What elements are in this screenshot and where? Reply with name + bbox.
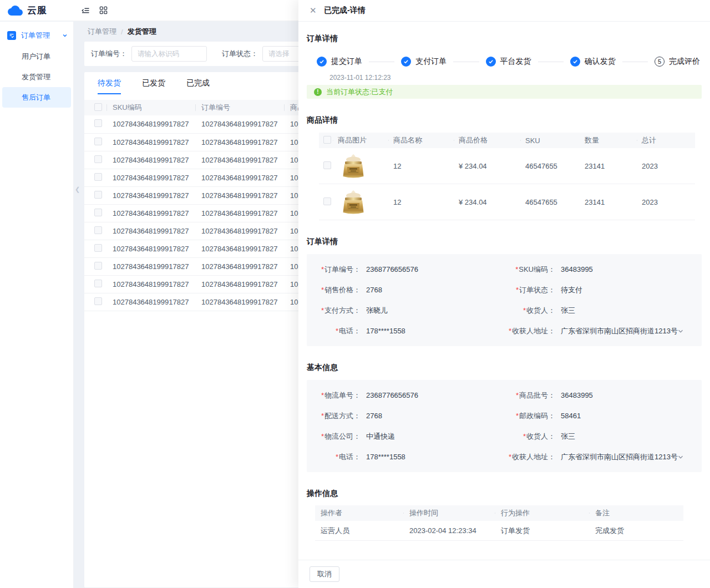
sidebar-item-shipping-management[interactable]: 发货管理 <box>0 67 73 87</box>
row-checkbox[interactable] <box>94 226 102 234</box>
field-label: 收获人地址： <box>512 327 555 335</box>
section-title-products: 商品详情 <box>307 115 702 125</box>
step-confirm-ship: 确认发货 <box>570 57 616 67</box>
product-image <box>338 186 369 217</box>
order-status-alert: ! 当前订单状态:已支付 <box>307 85 702 99</box>
row-checkbox[interactable] <box>94 280 102 287</box>
cell-sku: 1027843648199917827 <box>107 275 196 293</box>
column-header-product-sku: SKU <box>521 136 580 145</box>
cell-product-price: ¥ 234.04 <box>454 198 521 206</box>
field-label: 订单编号： <box>324 265 361 273</box>
cell-product-qty: 23141 <box>580 198 637 206</box>
drawer-title: 已完成-详情 <box>324 6 366 16</box>
row-checkbox[interactable] <box>94 119 102 127</box>
breadcrumb-parent[interactable]: 订单管理 <box>88 27 116 37</box>
field-label: 销售价格： <box>324 286 361 294</box>
step-connector <box>622 62 648 62</box>
product-row-checkbox[interactable] <box>323 161 331 169</box>
close-icon[interactable]: ✕ <box>310 6 320 16</box>
drawer-footer: 取消 <box>298 560 710 588</box>
cell-sku: 1027843648199917827 <box>107 169 196 186</box>
cell-sku: 1027843648199917827 <box>107 151 196 169</box>
field-label: 收货人： <box>526 432 555 440</box>
field-label: 邮政编码： <box>519 412 555 420</box>
sidebar-group-order-management[interactable]: 订单管理 <box>0 25 73 46</box>
row-checkbox[interactable] <box>94 262 102 270</box>
check-circle-icon <box>486 57 496 67</box>
row-checkbox[interactable] <box>94 173 102 181</box>
order-management-icon <box>7 31 16 40</box>
step-connector <box>453 62 479 62</box>
column-header-product-price: 商品价格 <box>454 135 521 145</box>
cell-order-no: 1027843648199917827 <box>196 204 285 222</box>
cell-order-no: 1027843648199917827 <box>196 240 285 257</box>
cell-order-no: 1027843648199917827 <box>196 275 285 293</box>
field-value-phone: 178****1558 <box>366 327 405 335</box>
sidebar-item-aftersale-orders[interactable]: 售后订单 <box>2 87 71 108</box>
step-timestamp: 2023-11-01 12:12:23 <box>329 74 391 82</box>
cloud-logo-icon <box>8 5 23 16</box>
tab-shipped[interactable]: 已发货 <box>142 72 165 94</box>
cell-sku: 1027843648199917827 <box>107 222 196 240</box>
product-row: 12 ¥ 234.04 46547655 23141 2023 <box>319 184 695 220</box>
field-value-address: 广东省深圳市南山区招商街道1213号 <box>561 452 678 462</box>
cell-product-qty: 23141 <box>580 162 637 170</box>
column-header-action: 行为操作 <box>495 508 590 518</box>
chevron-down-icon[interactable] <box>677 454 684 460</box>
field-value-pay-method: 张晓儿 <box>366 306 388 316</box>
field-label: 电话： <box>339 453 361 461</box>
row-checkbox[interactable] <box>94 138 102 145</box>
cell-order-no: 1027843648199917827 <box>196 257 285 275</box>
step-connector <box>538 62 564 62</box>
row-checkbox[interactable] <box>94 244 102 252</box>
field-value-order-no: 2368776656576 <box>366 265 418 273</box>
products-select-all-checkbox[interactable] <box>323 136 331 144</box>
select-all-checkbox[interactable] <box>94 103 102 111</box>
chevron-down-icon <box>62 33 68 38</box>
field-label: 收货人： <box>526 306 555 315</box>
panel-collapse-handle-icon[interactable]: ❮ <box>75 186 80 193</box>
field-value-tracking-no: 2368776656576 <box>366 391 418 399</box>
order-progress-steps: 提交订单 支付订单 平台发货 确认发货 <box>307 57 702 83</box>
order-info-panel: *订单编号：2368776656576 *SKU编码：36483995 *销售价… <box>307 254 702 346</box>
cell-sku: 1027843648199917827 <box>107 115 196 133</box>
field-value-delivery-method: 2768 <box>366 412 382 420</box>
row-checkbox[interactable] <box>94 191 102 199</box>
order-no-input[interactable] <box>131 46 207 62</box>
row-checkbox[interactable] <box>94 209 102 216</box>
alert-text: 当前订单状态:已支付 <box>326 87 393 97</box>
column-header-note: 备注 <box>590 508 683 518</box>
column-header-operation-time: 操作时间 <box>404 508 495 518</box>
step-complete-review: 5 完成评价 <box>655 57 700 67</box>
field-value-address: 广东省深圳市南山区招商街道1213号 <box>561 326 678 336</box>
column-header-product-name: 商品名称 <box>389 135 454 145</box>
app-logo[interactable]: 云服 <box>0 4 74 17</box>
sidebar-item-user-orders[interactable]: 用户订单 <box>0 46 73 67</box>
field-label: 订单状态： <box>519 286 555 294</box>
operations-table-header: 操作者 操作时间 行为操作 备注 <box>315 505 683 521</box>
cell-product-sku: 46547655 <box>521 198 580 206</box>
field-value-consignee: 张三 <box>561 306 575 316</box>
cell-order-no: 1027843648199917827 <box>196 133 285 151</box>
tab-pending-shipment[interactable]: 待发货 <box>98 72 121 94</box>
cell-order-no: 1027843648199917827 <box>196 151 285 169</box>
field-label: 物流单号： <box>324 391 361 399</box>
chevron-down-icon[interactable] <box>677 328 684 334</box>
cell-note: 完成发货 <box>590 526 683 536</box>
tab-completed[interactable]: 已完成 <box>186 72 210 94</box>
field-label: 支付方式： <box>324 306 361 315</box>
product-row-checkbox[interactable] <box>323 197 331 205</box>
menu-fold-icon[interactable] <box>81 6 90 15</box>
basic-info-panel: *物流单号：2368776656576 *商品批号：36483995 *配送方式… <box>307 380 702 472</box>
section-title-basic-info: 基本信息 <box>307 363 702 373</box>
row-checkbox[interactable] <box>94 155 102 163</box>
section-title-operations: 操作信息 <box>307 489 702 499</box>
cancel-button[interactable]: 取消 <box>310 566 339 582</box>
field-label: 电话： <box>339 327 361 335</box>
field-label: 商品批号： <box>519 391 555 399</box>
brand-name: 云服 <box>27 4 47 17</box>
apps-grid-icon[interactable] <box>99 6 108 15</box>
field-value-sale-price: 2768 <box>366 286 382 294</box>
cell-product-name: 12 <box>389 198 454 206</box>
row-checkbox[interactable] <box>94 297 102 305</box>
